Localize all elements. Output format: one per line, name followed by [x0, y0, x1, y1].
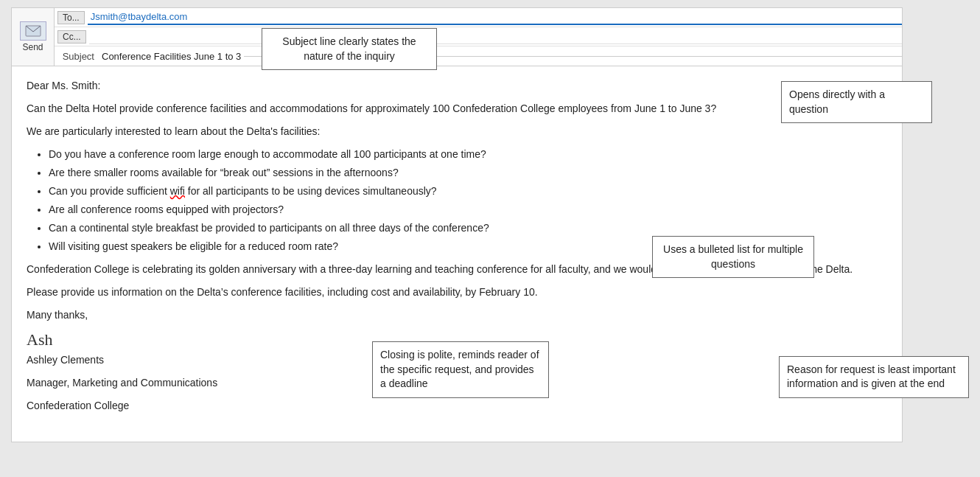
para2: We are particularly interested to learn … [27, 124, 887, 139]
greeting: Dear Ms. Smith: [27, 78, 887, 94]
annotation-bulleted: Uses a bulleted list for multiple questi… [652, 236, 814, 278]
para4: Please provide us information on the Del… [27, 285, 887, 300]
email-header: Send To... Jsmith@tbaydelta.com Cc... [11, 7, 903, 66]
to-button[interactable]: To... [57, 11, 85, 24]
para1: Can the Delta Hotel provide conference f… [27, 101, 887, 116]
to-value[interactable]: Jsmith@tbaydelta.com [88, 10, 902, 25]
bullet-item-5: Can a continental style breakfast be pro… [49, 220, 887, 236]
bullet-item-1: Do you have a conference room large enou… [49, 147, 887, 162]
subject-row: Subject Conference Facilities June 1 to … [55, 46, 902, 66]
header-fields: To... Jsmith@tbaydelta.com Cc... Subject… [55, 8, 902, 66]
send-area: Send [12, 8, 55, 66]
annotation-opens: Opens directly with a question [781, 81, 932, 123]
closing: Many thanks, [27, 307, 887, 323]
cc-row: Cc... [55, 27, 902, 46]
bullet-item-3: Can you provide sufficient wifi for all … [49, 184, 887, 199]
cc-button[interactable]: Cc... [57, 30, 86, 43]
annotation-reason: Reason for request is least important in… [779, 356, 969, 398]
email-body-container: Dear Ms. Smith: Can the Delta Hotel prov… [11, 66, 969, 442]
top-area: Send To... Jsmith@tbaydelta.com Cc... [11, 7, 969, 66]
org: Confederation College [27, 398, 887, 414]
wifi-text: wifi [170, 185, 185, 197]
send-icon [20, 21, 46, 41]
send-label[interactable]: Send [22, 42, 43, 52]
bullet-item-2: Are there smaller rooms available for “b… [49, 165, 887, 181]
subject-value[interactable]: Conference Facilities June 1 to 3 [99, 49, 244, 64]
annotation-subject: Subject line clearly states the nature o… [262, 28, 437, 70]
annotation-closing: Closing is polite, reminds reader of the… [372, 341, 549, 398]
page-wrapper: Send To... Jsmith@tbaydelta.com Cc... [0, 0, 980, 477]
cc-value [89, 29, 902, 44]
subject-label: Subject [55, 51, 99, 62]
bullet-item-4: Are all conference rooms equipped with p… [49, 202, 887, 217]
to-row: To... Jsmith@tbaydelta.com [55, 8, 902, 27]
